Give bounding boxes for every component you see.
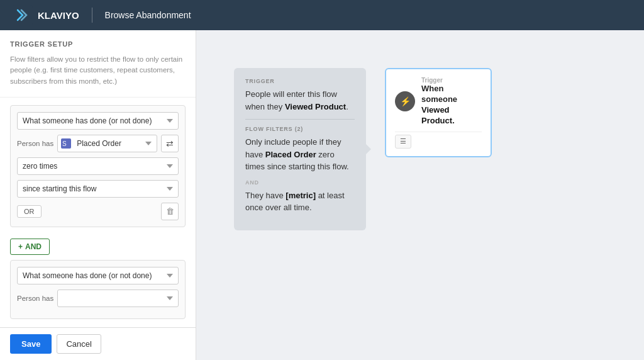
trigger-node-card[interactable]: ⚡ Trigger When someone Viewed Product. ☰ (385, 68, 492, 157)
condition-select-1[interactable]: What someone has done (or not done) (17, 112, 179, 130)
person-has-row-2: Person has Choose metric... (17, 290, 179, 307)
trigger-setup-description: Flow filters allow you to restrict the f… (10, 54, 186, 87)
filter2-description: They have [metric] at least once over al… (245, 189, 355, 214)
trigger-info-card: TRIGGER People will enter this flow when… (234, 68, 366, 230)
left-panel-body: What someone has done (or not done) Pers… (0, 98, 196, 327)
flow-name: Browse Abandonment (105, 10, 191, 20)
metric-select-1[interactable]: Placed Order (57, 135, 157, 152)
frequency-select-1[interactable]: zero times (17, 157, 179, 175)
delete-button-1[interactable]: 🗑 (161, 203, 179, 220)
filter1-description: Only include people if they have Placed … (245, 136, 355, 173)
and-button-label: AND (25, 242, 42, 251)
timeframe-select-1[interactable]: since starting this flow (17, 180, 179, 198)
list-icon: ☰ (400, 137, 406, 145)
timeframe-select-row: since starting this flow (17, 180, 179, 198)
metric-select-wrapper-1: S Placed Order (57, 135, 157, 152)
or-delete-row: OR 🗑 (17, 203, 179, 220)
save-button[interactable]: Save (10, 334, 52, 354)
trigger-label: TRIGGER (245, 78, 355, 84)
frequency-select-row: zero times (17, 157, 179, 175)
klaviyo-logo-icon (13, 5, 33, 25)
person-has-row-1: Person has S Placed Order ⇄ (17, 135, 179, 152)
sort-button-1[interactable]: ⇄ (161, 135, 179, 152)
card-divider-1 (245, 119, 355, 120)
right-panel: TRIGGER People will enter this flow when… (196, 30, 644, 360)
or-button[interactable]: OR (17, 205, 42, 218)
trash-icon: 🗑 (166, 206, 174, 216)
left-panel: TRIGGER SETUP Flow filters allow you to … (0, 30, 196, 360)
cancel-button[interactable]: Cancel (57, 334, 101, 354)
node-list-icon-btn[interactable]: ☰ (395, 135, 411, 149)
node-text: Trigger When someone Viewed Product. (421, 77, 482, 127)
app-name: KLAVIYO (38, 10, 79, 21)
filter-block-1: What someone has done (or not done) Pers… (10, 105, 186, 227)
condition-select-row: What someone has done (or not done) (17, 112, 179, 130)
shopify-icon: S (61, 138, 71, 149)
svg-text:S: S (62, 140, 67, 147)
node-label: Trigger (421, 77, 482, 84)
nav-divider (92, 8, 92, 23)
filter-block-2: What someone has done (or not done) Pers… (10, 260, 186, 319)
logo: KLAVIYO (13, 5, 79, 25)
person-has-label-2: Person has (17, 295, 53, 302)
trigger-setup-title: TRIGGER SETUP (10, 40, 186, 48)
trigger-node-icon: ⚡ (395, 91, 415, 111)
left-panel-header: TRIGGER SETUP Flow filters allow you to … (0, 30, 196, 98)
plus-icon: + (18, 242, 23, 251)
node-title: When someone Viewed Product. (421, 84, 482, 127)
action-bar: Save Cancel (0, 327, 196, 360)
and-button[interactable]: + AND (10, 239, 50, 255)
metric-select-wrapper-2: Choose metric... (57, 290, 179, 307)
trigger-description: People will enter this flow when they Vi… (245, 88, 355, 113)
condition-select-row-2: What someone has done (or not done) (17, 267, 179, 284)
and-label: AND (245, 179, 355, 186)
node-top: ⚡ Trigger When someone Viewed Product. (395, 77, 482, 127)
metric-select-2[interactable]: Choose metric... (57, 290, 179, 307)
lightning-icon: ⚡ (400, 96, 411, 106)
main-layout: TRIGGER SETUP Flow filters allow you to … (0, 30, 644, 360)
flow-filters-label: FLOW FILTERS (2) (245, 126, 355, 132)
node-actions: ☰ (395, 132, 482, 149)
top-navigation: KLAVIYO Browse Abandonment (0, 0, 644, 30)
person-has-label-1: Person has (17, 140, 53, 147)
condition-select-2[interactable]: What someone has done (or not done) (17, 267, 179, 284)
